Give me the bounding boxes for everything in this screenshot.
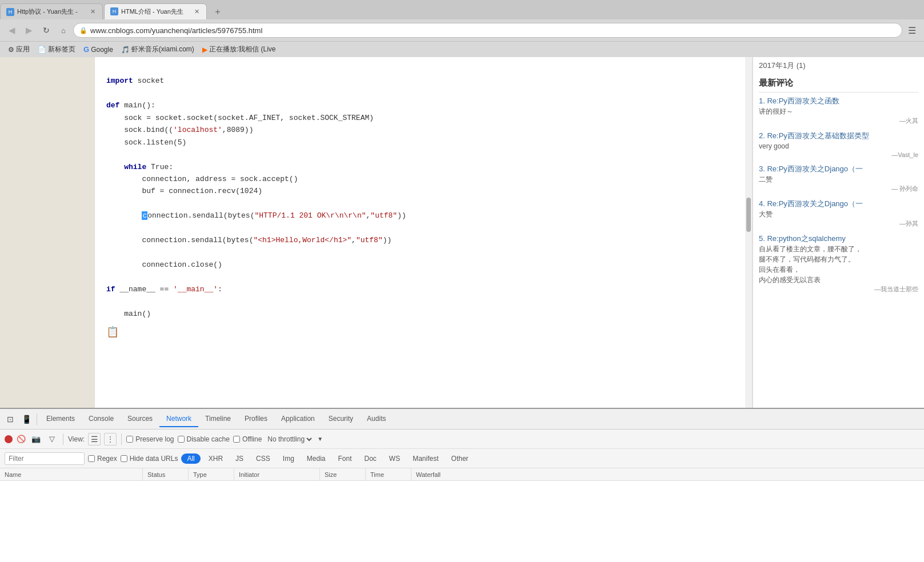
view-label: View: [68, 435, 85, 443]
tab2-title: HTML介绍 - Yuan先生 [121, 7, 190, 16]
regex-label: Regex [97, 455, 117, 463]
tab-http[interactable]: H Http协议 - Yuan先生 - ✕ [0, 3, 103, 19]
bookmark-xiami[interactable]: 🎵 虾米音乐(xiami.com) [118, 43, 198, 55]
menu-button[interactable]: ☰ [905, 23, 919, 38]
left-sidebar [0, 57, 94, 408]
comment-4-text: 大赞 [759, 209, 918, 219]
article-content: import socket def main(): sock = socket.… [94, 57, 753, 408]
playing-icon: ▶ [202, 46, 207, 54]
content-scrollbar[interactable] [745, 57, 752, 408]
code-line: connection.sendall(bytes("<h1>Hello,Worl… [106, 234, 741, 246]
camera-icon[interactable]: 📷 [30, 433, 42, 445]
forward-button[interactable]: ▶ [22, 23, 37, 38]
filter-all-btn[interactable]: All [181, 453, 200, 464]
bookmark-apps[interactable]: ⚙ 应用 [5, 43, 33, 55]
code-line [106, 295, 741, 307]
address-bar[interactable]: 🔒 www.cnblogs.com/yuanchenqi/articles/59… [73, 23, 902, 38]
comment-2-title[interactable]: 2. Re:Py西游攻关之基础数据类型 [759, 131, 918, 141]
code-line: if __name__ == '__main__': [106, 283, 741, 295]
col-size[interactable]: Size [320, 468, 366, 480]
col-initiator[interactable]: Initiator [234, 468, 320, 480]
comment-5-title[interactable]: 5. Re:python之sqlalchemy [759, 234, 918, 244]
archive-item: 2017年1月 (1) [759, 57, 918, 74]
col-time[interactable]: Time [366, 468, 411, 480]
offline-input[interactable] [233, 436, 240, 443]
throttle-dropdown-icon[interactable]: ▼ [317, 436, 323, 442]
col-type[interactable]: Type [189, 468, 234, 480]
tab-sources[interactable]: Sources [121, 411, 159, 427]
filter-img-btn[interactable]: Img [278, 453, 299, 464]
col-waterfall[interactable]: Waterfall [411, 468, 924, 480]
newtab-label: 新标签页 [48, 45, 75, 54]
disable-cache-input[interactable] [178, 436, 185, 443]
filter-js-btn[interactable]: JS [231, 453, 248, 464]
browser-window: H Http协议 - Yuan先生 - ✕ H HTML介绍 - Yuan先生 … [0, 0, 924, 562]
devtools-responsive-icon[interactable]: 📱 [18, 411, 34, 427]
preserve-log-label: Preserve log [135, 435, 174, 443]
tab-audits[interactable]: Audits [360, 411, 393, 427]
tab-timeline[interactable]: Timeline [198, 411, 238, 427]
filter-xhr-btn[interactable]: XHR [204, 453, 227, 464]
filter-input[interactable] [5, 452, 85, 465]
filter-media-btn[interactable]: Media [302, 453, 330, 464]
bookmark-google[interactable]: G Google [80, 44, 117, 55]
clear-button[interactable]: 🚫 [16, 434, 26, 444]
devtools-dock-icon[interactable]: ⊡ [2, 411, 18, 427]
tab-application[interactable]: Application [274, 411, 322, 427]
back-button[interactable]: ◀ [5, 23, 19, 38]
record-button[interactable] [5, 435, 13, 443]
toolbar-separator [63, 433, 63, 445]
comment-3-title[interactable]: 3. Re:Py西游攻关之Django（一 [759, 164, 918, 174]
comment-5-text: 自从看了楼主的文章，腰不酸了，腿不疼了，写代码都有力气了。回头在看看，内心的感受… [759, 244, 918, 285]
network-empty-area [0, 481, 924, 562]
view-list-button[interactable]: ☰ [88, 433, 101, 445]
view-tree-button[interactable]: ⋮ [104, 433, 117, 445]
toolbar-separator2 [121, 433, 122, 445]
tab1-close[interactable]: ✕ [89, 8, 97, 16]
comment-1-title[interactable]: 1. Re:Py西游攻关之函数 [759, 96, 918, 106]
tab-security[interactable]: Security [322, 411, 360, 427]
tab2-close[interactable]: ✕ [193, 7, 201, 15]
bookmark-playing[interactable]: ▶ 正在播放:我相信 (Live [199, 43, 279, 55]
tab1-title: Http协议 - Yuan先生 - [17, 7, 86, 16]
preserve-log-input[interactable] [126, 436, 133, 443]
bookmark-newtab[interactable]: 📄 新标签页 [34, 43, 79, 55]
hide-data-urls-input[interactable] [121, 455, 127, 462]
new-tab-button[interactable]: + [210, 5, 225, 19]
filter-css-btn[interactable]: CSS [251, 453, 275, 464]
scrollbar-thumb[interactable] [746, 198, 751, 232]
devtools-filter-bar: Regex Hide data URLs All XHR JS CSS Img … [0, 449, 924, 468]
tab-console[interactable]: Console [82, 411, 121, 427]
comment-4-title[interactable]: 4. Re:Py西游攻关之Django（一 [759, 199, 918, 209]
regex-checkbox[interactable]: Regex [88, 455, 117, 463]
code-line: def main(): [106, 99, 741, 111]
home-button[interactable]: ⌂ [56, 23, 71, 38]
regex-input[interactable] [88, 455, 95, 462]
comment-1: 1. Re:Py西游攻关之函数 讲的很好～ —火其 [759, 96, 918, 125]
comment-4: 4. Re:Py西游攻关之Django（一 大赞 —孙其 [759, 199, 918, 228]
code-line: import socket [106, 75, 741, 87]
refresh-button[interactable]: ↻ [39, 23, 54, 38]
offline-checkbox[interactable]: Offline [233, 435, 262, 443]
filter-manifest-btn[interactable]: Manifest [408, 453, 443, 464]
col-status[interactable]: Status [143, 468, 189, 480]
hide-data-urls-checkbox[interactable]: Hide data URLs [121, 455, 178, 463]
col-name[interactable]: Name [0, 468, 143, 480]
preserve-log-checkbox[interactable]: Preserve log [126, 435, 174, 443]
throttling-select[interactable]: No throttling Fast 3G Slow 3G [265, 435, 314, 444]
tab-profiles[interactable]: Profiles [238, 411, 274, 427]
disable-cache-label: Disable cache [187, 435, 230, 443]
comment-5: 5. Re:python之sqlalchemy 自从看了楼主的文章，腰不酸了，腿… [759, 234, 918, 294]
google-label: Google [91, 46, 113, 54]
filter-ws-btn[interactable]: WS [385, 453, 405, 464]
disable-cache-checkbox[interactable]: Disable cache [178, 435, 230, 443]
filter-doc-btn[interactable]: Doc [360, 453, 381, 464]
filter-other-btn[interactable]: Other [447, 453, 473, 464]
filter-font-btn[interactable]: Font [334, 453, 357, 464]
comment-3: 3. Re:Py西游攻关之Django（一 二赞 — 孙列命 [759, 164, 918, 193]
filter-icon[interactable]: ▽ [46, 433, 58, 445]
tab-html[interactable]: H HTML介绍 - Yuan先生 ✕ [104, 3, 207, 19]
tab-network[interactable]: Network [159, 411, 198, 427]
tab-elements[interactable]: Elements [39, 411, 82, 427]
copy-icon[interactable]: 📋 [106, 326, 741, 338]
